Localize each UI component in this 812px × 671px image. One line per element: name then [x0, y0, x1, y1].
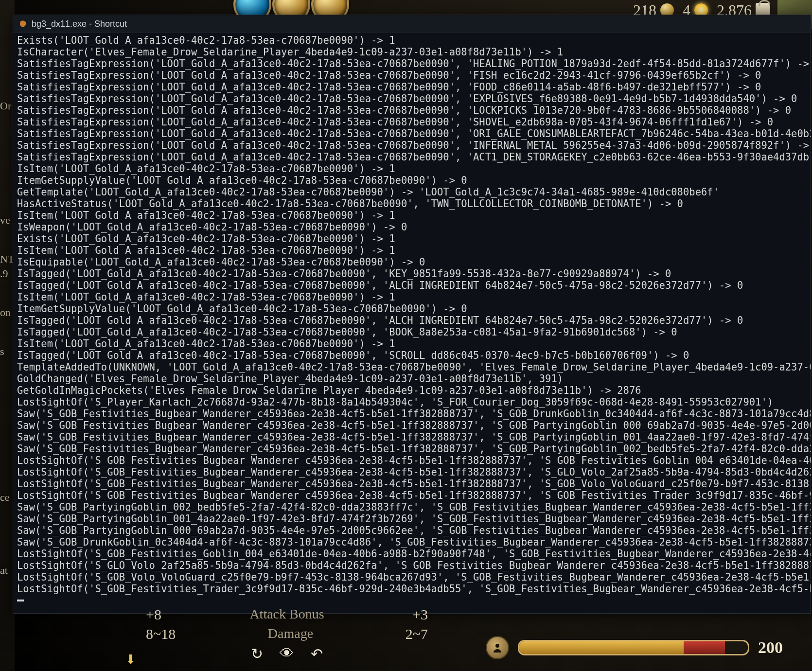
bg-text-fragment: at: [0, 564, 8, 577]
damage-label: Damage: [268, 626, 313, 642]
xp-area: 150 200: [486, 636, 783, 659]
debug-console-window: bg3_dx11.exe - Shortcut Exists('LOOT_Gol…: [13, 15, 811, 614]
log-line: Saw('S_GOB_PartyingGoblin_000_69ab2a7d-9…: [17, 525, 807, 536]
log-line: IsTagged('LOOT_Gold_A_afa13ce0-40c2-17a8…: [17, 268, 807, 280]
xp-max-value: 200: [758, 638, 783, 657]
log-line: IsItem('LOOT_Gold_A_afa13ce0-40c2-17a8-5…: [17, 338, 807, 350]
bg-text-fragment: NT: [0, 253, 14, 265]
log-line: SatisfiesTagExpression('LOOT_Gold_A_afa1…: [17, 93, 807, 105]
svg-point-0: [495, 644, 499, 648]
log-line: Exists('LOOT_Gold_A_afa13ce0-40c2-17a8-5…: [17, 233, 807, 245]
xp-mid-value: 150: [624, 654, 643, 655]
log-line: ItemGetSupplyValue('LOOT_Gold_A_afa13ce0…: [17, 175, 807, 186]
xp-fill-gold: [519, 641, 684, 654]
log-line: LostSightOf('S_GOB_Festivities_Bugbear_W…: [17, 466, 807, 478]
log-line: LostSightOf('S_GOB_Volo_VoloGuard_c25f0e…: [17, 571, 807, 583]
log-line: IsEquipable('LOOT_Gold_A_afa13ce0-40c2-1…: [17, 256, 807, 268]
log-line: LostSightOf('S_Player_Karlach_2c76687d-9…: [17, 396, 807, 408]
log-line: IsCharacter('Elves_Female_Drow_Seldarine…: [17, 46, 807, 58]
console-title: bg3_dx11.exe - Shortcut: [32, 19, 127, 29]
log-line: ItemGetSupplyValue('LOOT_Gold_A_afa13ce0…: [17, 303, 807, 315]
log-line: SatisfiesTagExpression('LOOT_Gold_A_afa1…: [17, 128, 807, 140]
log-line: LostSightOf('S_GOB_Festivities_Bugbear_W…: [17, 478, 807, 490]
log-line: SatisfiesTagExpression('LOOT_Gold_A_afa1…: [17, 81, 807, 93]
bg-text-fragment: ce: [0, 491, 10, 504]
xp-bar[interactable]: 150: [518, 640, 749, 655]
log-line: HasActiveStatus('LOOT_Gold_A_afa13ce0-40…: [17, 198, 807, 210]
damage-right: 2~7: [406, 626, 428, 642]
log-line: LostSightOf('S_GOB_Festivities_Bugbear_W…: [17, 490, 807, 501]
log-line: SatisfiesTagExpression('LOOT_Gold_A_afa1…: [17, 140, 807, 151]
bg-text-fragment: on: [0, 306, 11, 319]
log-line: Saw('S_GOB_DrunkGoblin_0c3404d4-af6f-4c3…: [17, 536, 807, 548]
log-line: SatisfiesTagExpression('LOOT_Gold_A_afa1…: [17, 151, 807, 163]
weapon-stat-block: +8 Attack Bonus +3 8~18 Damage 2~7 ↻ 👁 ↶: [146, 606, 428, 662]
log-line: Saw('S_GOB_Festivities_Bugbear_Wanderer_…: [17, 443, 807, 455]
log-line: Saw('S_GOB_Festivities_Bugbear_Wanderer_…: [17, 420, 807, 431]
attack-bonus-right: +3: [412, 606, 428, 623]
attack-bonus-label: Attack Bonus: [249, 606, 324, 623]
log-line: LostSightOf('S_GLO_Volo_2af25a85-5b9a-47…: [17, 560, 807, 571]
bg-text-fragment: Or: [0, 100, 11, 112]
log-line: GetGoldInMagicPockets('Elves_Female_Drow…: [17, 385, 807, 396]
log-line: IsItem('LOOT_Gold_A_afa13ce0-40c2-17a8-5…: [17, 163, 807, 175]
log-line: Saw('S_GOB_Festivities_Bugbear_Wanderer_…: [17, 408, 807, 420]
scroll-down-icon[interactable]: ⬇: [125, 652, 136, 667]
log-line: IsWeapon('LOOT_Gold_A_afa13ce0-40c2-17a8…: [17, 221, 807, 233]
app-icon: [19, 20, 27, 28]
log-line: SatisfiesTagExpression('LOOT_Gold_A_afa1…: [17, 105, 807, 116]
log-line: Saw('S_GOB_Festivities_Bugbear_Wanderer_…: [17, 431, 807, 443]
console-body[interactable]: Exists('LOOT_Gold_A_afa13ce0-40c2-17a8-5…: [13, 33, 811, 613]
log-line: LostSightOf('S_GOB_Festivities_Goblin_00…: [17, 548, 807, 560]
bg-text-fragment: .9: [0, 267, 8, 280]
log-line: IsTagged('LOOT_Gold_A_afa13ce0-40c2-17a8…: [17, 315, 807, 326]
log-line: IsItem('LOOT_Gold_A_afa13ce0-40c2-17a8-5…: [17, 291, 807, 303]
log-line: IsTagged('LOOT_Gold_A_afa13ce0-40c2-17a8…: [17, 326, 807, 338]
xp-marker: [680, 640, 688, 640]
log-line: Exists('LOOT_Gold_A_afa13ce0-40c2-17a8-5…: [17, 35, 807, 46]
log-line: Saw('S_GOB_PartyingGoblin_001_4aa22ae0-1…: [17, 513, 807, 525]
bg-text-fragment: s: [0, 345, 4, 358]
log-line: SatisfiesTagExpression('LOOT_Gold_A_afa1…: [17, 58, 807, 70]
log-line: LostSightOf('S_GOB_Festivities_Trader_3c…: [17, 583, 807, 595]
console-cursor: [17, 600, 24, 601]
log-line: IsItem('LOOT_Gold_A_afa13ce0-40c2-17a8-5…: [17, 245, 807, 256]
bottom-game-ui: ⬇ +8 Attack Bonus +3 8~18 Damage 2~7 ↻ 👁…: [0, 613, 812, 671]
log-line: GoldChanged('Elves_Female_Drow_Seldarine…: [17, 373, 807, 385]
log-line: IsTagged('LOOT_Gold_A_afa13ce0-40c2-17a8…: [17, 350, 807, 361]
log-line: IsTagged('LOOT_Gold_A_afa13ce0-40c2-17a8…: [17, 280, 807, 291]
console-titlebar[interactable]: bg3_dx11.exe - Shortcut: [13, 15, 811, 33]
log-line: TemplateAddedTo(UNKNOWN, 'LOOT_Gold_A_af…: [17, 361, 807, 373]
bg-text-fragment: ve: [0, 214, 10, 227]
undo-icon[interactable]: ↶: [311, 645, 323, 662]
log-line: SatisfiesTagExpression('LOOT_Gold_A_afa1…: [17, 70, 807, 81]
attack-bonus-left: +8: [146, 606, 161, 623]
log-line: GetTemplate('LOOT_Gold_A_afa13ce0-40c2-1…: [17, 186, 807, 198]
character-badge[interactable]: [486, 636, 509, 659]
log-line: LostSightOf('S_GOB_Festivities_Bugbear_W…: [17, 455, 807, 466]
log-line: IsItem('LOOT_Gold_A_afa13ce0-40c2-17a8-5…: [17, 210, 807, 221]
refresh-icon[interactable]: ↻: [251, 645, 263, 662]
damage-left: 8~18: [146, 626, 176, 642]
eye-icon[interactable]: 👁: [280, 645, 294, 662]
log-line: SatisfiesTagExpression('LOOT_Gold_A_afa1…: [17, 116, 807, 128]
log-line: Saw('S_GOB_PartyingGoblin_002_bedb5fe5-2…: [17, 501, 807, 513]
